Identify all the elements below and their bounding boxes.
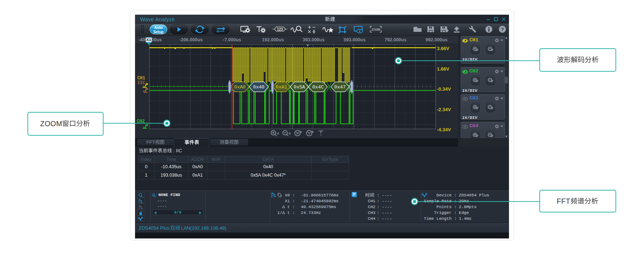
svg-text:123: 123 xyxy=(277,27,283,31)
svg-text:0xA0: 0xA0 xyxy=(234,84,246,90)
svg-text:0x4C: 0x4C xyxy=(312,84,323,90)
svg-text:zoom: zoom xyxy=(371,28,380,32)
svg-text:?: ? xyxy=(501,27,504,32)
svg-text:0x40: 0x40 xyxy=(253,84,265,90)
svg-text:0x5A: 0x5A xyxy=(293,84,305,90)
svg-text:0xA1: 0xA1 xyxy=(276,84,287,90)
svg-text:0x47: 0x47 xyxy=(334,84,346,90)
